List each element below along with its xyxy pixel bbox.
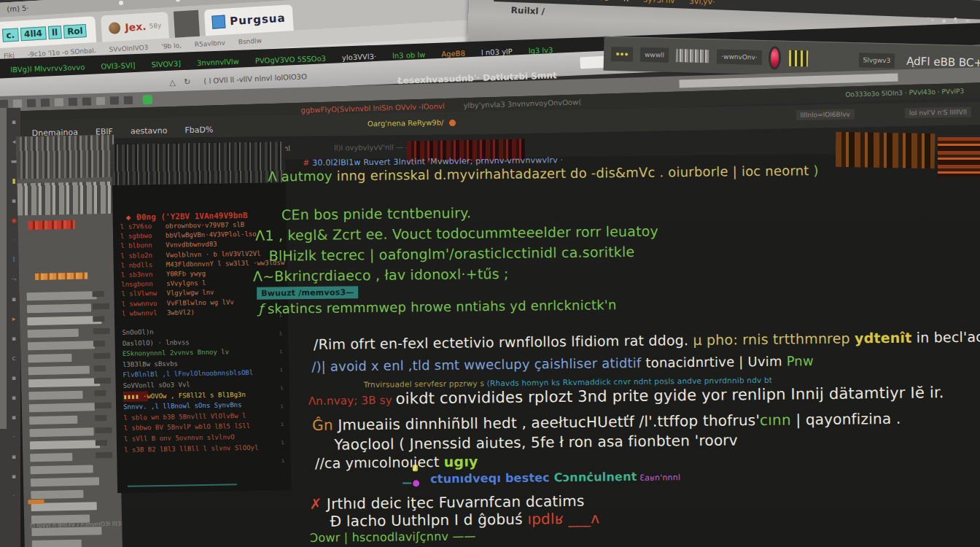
tree-toolbar-noise (17, 182, 115, 216)
toolbar-chip[interactable]: Slvgwv3 (858, 53, 895, 68)
tool-icon[interactable] (41, 98, 50, 106)
tree-row[interactable] (28, 378, 100, 387)
tab-strip: bVl nvV 5w3(l-lP3R3y75l nv3Vl,yV· (494, 0, 980, 20)
code-segment: cınn (760, 411, 791, 428)
code-segment: skatincs remmmwep hrowe nntiahs yd enrlc… (268, 297, 617, 316)
tab-label: Purgsua (230, 12, 286, 28)
link-item: lBVg)l Mlvvrvv3ovvo (10, 63, 85, 74)
tab-chip: c. (2, 28, 19, 42)
activity-icon: ▪ (8, 335, 20, 354)
tool-icon[interactable] (96, 97, 105, 105)
activity-icon: ▪ (8, 414, 20, 433)
tree-row[interactable] (29, 427, 93, 437)
favicon-sphere-icon (109, 22, 121, 34)
tool-icon[interactable] (69, 98, 77, 106)
code-segment: ƒ (258, 301, 268, 317)
window-title: Ruilxl / (510, 5, 545, 17)
shield-refresh-icons[interactable]: △ ↻ (169, 77, 194, 87)
tree-row[interactable] (31, 477, 99, 486)
tree-row[interactable] (31, 465, 93, 474)
tree-row[interactable] (30, 440, 100, 449)
code-line: Λ~Bkrinçrdiaeco , łav idonoxl·+tűs ; (253, 265, 509, 284)
code-segment: ydtenît (855, 330, 912, 346)
toolbar-chip[interactable]: wwwll (640, 47, 669, 63)
code-segment: /Rim ofrt en-fexl ectetivio rwnflollos l… (314, 332, 693, 352)
code-line: ctunıdveqı bestec Cɔnnċulnent Ɛaʁn'nnnl (430, 469, 680, 486)
code-segment: //ca ymıcolnoıject (315, 454, 444, 471)
menu-item: aestavno (131, 125, 168, 136)
tree-row[interactable] (30, 453, 72, 462)
thumbnail-chip (676, 49, 710, 63)
code-line: Ð lacho Uuthlpn I d ĝobuś ıpdlʁ ___ʌ (330, 509, 600, 529)
tool-icon[interactable] (27, 99, 36, 107)
file-tree-panel[interactable]: ⊡ lovvl n Bl03V / P3nvnlO3l l03l ·· wVlw… (16, 135, 122, 547)
tool-icon[interactable] (82, 97, 91, 105)
magenta-marker-icon (413, 480, 419, 486)
code-segment: Λn.nvay; 3B sy (308, 394, 396, 408)
code-segment: /)| avoid x enl ,tld smt wweclupy çaishl… (311, 355, 645, 374)
code-segment: Bwuuzt /memvos3— (257, 286, 358, 300)
record-button[interactable] (771, 48, 779, 67)
tree-row[interactable] (32, 540, 82, 547)
code-line: Bwuuzt /memvos3— (257, 287, 358, 298)
tree-row[interactable] (28, 391, 82, 400)
active-document-tab[interactable]: Oarg'nena ReRyw9b/ (368, 118, 456, 128)
tree-row[interactable] (29, 403, 95, 412)
activity-icon: ▪ (8, 118, 20, 138)
code-segment: ctunıdveqı bestec (430, 470, 554, 486)
code-line: ƒ skatincs remmmwep hrowe nntiahs yd enr… (258, 297, 616, 317)
right-chip[interactable]: lol nvl'V n'S lllllVll (905, 106, 971, 118)
code-editor[interactable]: # 30.0l2lBl1w Ruvert 3lnvtint 'Mvwbvler;… (114, 145, 980, 547)
tool-icon[interactable] (0, 100, 8, 108)
link-item: ylo3VVl3· (342, 52, 377, 61)
tree-row[interactable] (27, 291, 97, 300)
tool-icon[interactable] (110, 96, 119, 104)
browser-tab: 3(l (571, 0, 580, 1)
code-segment: Cɔnnċulnent (554, 470, 637, 484)
right-chip[interactable]: llllnlo=lOl6Blvv (796, 109, 855, 120)
tree-row[interactable] (27, 303, 91, 313)
tree-row[interactable] (28, 354, 71, 362)
tool-icon[interactable] (13, 99, 22, 107)
code-segment: ) (813, 163, 818, 178)
code-segment: Pnw (782, 353, 814, 368)
browser-tab-3[interactable]: Purgsua (204, 4, 293, 36)
tool-icon[interactable] (124, 96, 133, 104)
activity-icon: ▪ (8, 374, 20, 394)
warning-highlight-row (35, 272, 88, 280)
browser-tab: 3y75l nv (643, 0, 675, 4)
tab-chip-group: c.4ll4llRol (2, 23, 89, 42)
code-segment: in becl'acl cin (911, 328, 980, 346)
code-segment: Trnvirsuadel servfesr ppzrwy s (364, 379, 485, 389)
code-line: Ĝn Jmueaiis dinnhiñbll hedt , aeełtucHUe… (312, 410, 901, 434)
code-line: BlHizlk tecrec | oafonglm'/orasticlcctin… (268, 244, 634, 264)
code-segment: μ pho: rnis trtthmnrep (693, 330, 855, 349)
system-tray-icons[interactable]: • ▪ ¶ ≡ (930, 18, 973, 24)
link-item: OVl3-SVl] (101, 61, 136, 71)
tree-row[interactable] (27, 316, 101, 325)
browser-tab: R (623, 0, 629, 2)
tree-row[interactable] (28, 365, 90, 375)
activity-icon: ▪ (8, 295, 20, 315)
code-line: Ɔowr | hscnodlaviʃçnnv —— (310, 529, 476, 545)
tab-sublabel: 58y (149, 22, 161, 30)
tree-header-noise (16, 135, 114, 179)
teal-dash-icon (402, 482, 411, 484)
activity-icon: · (8, 433, 20, 453)
toolbar-chip[interactable]: ·wwnvOnv· (717, 49, 762, 64)
tree-row[interactable] (31, 490, 83, 500)
activity-icon: c (8, 354, 20, 374)
activity-icon: · (8, 492, 20, 512)
run-icon[interactable] (143, 95, 152, 104)
code-segment: CEn bos pnide tcntbenuiry. (281, 204, 471, 222)
modified-dot-icon (449, 119, 456, 125)
code-line: /)| avoid x enl ,tld smt wweclupy çaishl… (311, 353, 814, 374)
titlebar-dot (176, 0, 180, 2)
tree-row[interactable] (28, 341, 95, 350)
browser-tab-2[interactable]: Jex. 58y (101, 12, 170, 42)
activity-icon: ▪ (8, 394, 20, 414)
tool-icon[interactable] (55, 98, 63, 106)
tree-row[interactable] (28, 329, 79, 338)
code-segment: BlHizlk tecrec | oafonglm'/orasticlcctin… (268, 244, 634, 264)
tree-row[interactable] (29, 416, 77, 424)
